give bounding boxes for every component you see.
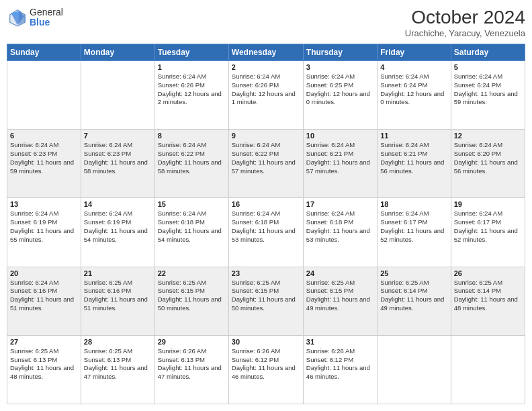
day-number: 2 [232, 63, 300, 71]
calendar-cell: 6Sunrise: 6:24 AM Sunset: 6:23 PM Daylig… [7, 130, 81, 198]
calendar-cell: 24Sunrise: 6:25 AM Sunset: 6:15 PM Dayli… [303, 267, 377, 335]
day-number: 31 [306, 338, 374, 346]
col-saturday: Saturday [451, 44, 525, 61]
calendar-cell: 1Sunrise: 6:24 AM Sunset: 6:26 PM Daylig… [154, 61, 228, 130]
day-info: Sunrise: 6:24 AM Sunset: 6:17 PM Dayligh… [380, 210, 447, 244]
day-number: 19 [454, 200, 522, 208]
logo-text: General Blue [30, 7, 63, 28]
day-number: 24 [306, 269, 374, 277]
calendar-cell: 25Sunrise: 6:25 AM Sunset: 6:14 PM Dayli… [378, 267, 451, 335]
day-info: Sunrise: 6:24 AM Sunset: 6:16 PM Dayligh… [10, 279, 78, 313]
day-info: Sunrise: 6:24 AM Sunset: 6:19 PM Dayligh… [10, 210, 78, 244]
calendar-week-4: 20Sunrise: 6:24 AM Sunset: 6:16 PM Dayli… [7, 267, 525, 335]
day-info: Sunrise: 6:25 AM Sunset: 6:15 PM Dayligh… [158, 279, 226, 313]
day-info: Sunrise: 6:24 AM Sunset: 6:24 PM Dayligh… [454, 73, 522, 107]
calendar-cell [81, 61, 154, 130]
day-number: 12 [454, 132, 522, 140]
day-info: Sunrise: 6:24 AM Sunset: 6:22 PM Dayligh… [232, 141, 300, 175]
day-info: Sunrise: 6:25 AM Sunset: 6:15 PM Dayligh… [306, 279, 374, 313]
day-info: Sunrise: 6:24 AM Sunset: 6:21 PM Dayligh… [380, 141, 447, 175]
day-number: 17 [306, 200, 374, 208]
calendar-cell [7, 61, 81, 130]
col-friday: Friday [378, 44, 451, 61]
day-number: 3 [306, 63, 374, 71]
day-number: 27 [10, 338, 78, 346]
logo: General Blue [7, 7, 63, 28]
calendar-cell: 13Sunrise: 6:24 AM Sunset: 6:19 PM Dayli… [7, 198, 81, 267]
calendar-cell: 19Sunrise: 6:24 AM Sunset: 6:17 PM Dayli… [451, 198, 525, 267]
calendar-cell: 29Sunrise: 6:26 AM Sunset: 6:13 PM Dayli… [154, 335, 228, 404]
location: Urachiche, Yaracuy, Venezuela [405, 28, 525, 38]
calendar-week-3: 13Sunrise: 6:24 AM Sunset: 6:19 PM Dayli… [7, 198, 525, 267]
day-info: Sunrise: 6:24 AM Sunset: 6:21 PM Dayligh… [306, 141, 374, 175]
col-tuesday: Tuesday [154, 44, 228, 61]
calendar-cell [451, 335, 525, 404]
day-number: 10 [306, 132, 374, 140]
calendar-cell: 18Sunrise: 6:24 AM Sunset: 6:17 PM Dayli… [378, 198, 451, 267]
day-info: Sunrise: 6:25 AM Sunset: 6:14 PM Dayligh… [380, 279, 447, 313]
calendar-cell: 31Sunrise: 6:26 AM Sunset: 6:12 PM Dayli… [303, 335, 377, 404]
day-info: Sunrise: 6:26 AM Sunset: 6:13 PM Dayligh… [158, 347, 226, 381]
calendar-cell: 7Sunrise: 6:24 AM Sunset: 6:23 PM Daylig… [81, 130, 154, 198]
day-info: Sunrise: 6:24 AM Sunset: 6:20 PM Dayligh… [454, 141, 522, 175]
calendar-cell: 20Sunrise: 6:24 AM Sunset: 6:16 PM Dayli… [7, 267, 81, 335]
calendar-cell: 3Sunrise: 6:24 AM Sunset: 6:25 PM Daylig… [303, 61, 377, 130]
calendar-cell: 10Sunrise: 6:24 AM Sunset: 6:21 PM Dayli… [303, 130, 377, 198]
day-info: Sunrise: 6:25 AM Sunset: 6:13 PM Dayligh… [84, 347, 152, 381]
day-number: 28 [84, 338, 152, 346]
day-number: 14 [84, 200, 152, 208]
calendar-cell: 16Sunrise: 6:24 AM Sunset: 6:18 PM Dayli… [228, 198, 303, 267]
logo-general-text: General [30, 7, 63, 17]
calendar-week-2: 6Sunrise: 6:24 AM Sunset: 6:23 PM Daylig… [7, 130, 525, 198]
day-info: Sunrise: 6:26 AM Sunset: 6:12 PM Dayligh… [306, 347, 374, 381]
logo-blue-text: Blue [30, 17, 63, 28]
col-thursday: Thursday [303, 44, 377, 61]
calendar-cell: 5Sunrise: 6:24 AM Sunset: 6:24 PM Daylig… [451, 61, 525, 130]
calendar-cell: 28Sunrise: 6:25 AM Sunset: 6:13 PM Dayli… [81, 335, 154, 404]
calendar-week-1: 1Sunrise: 6:24 AM Sunset: 6:26 PM Daylig… [7, 61, 525, 130]
day-number: 26 [454, 269, 522, 277]
day-number: 13 [10, 200, 78, 208]
day-number: 15 [158, 200, 226, 208]
day-number: 7 [84, 132, 152, 140]
day-number: 18 [380, 200, 447, 208]
day-number: 8 [158, 132, 226, 140]
header: General Blue October 2024 Urachiche, Yar… [7, 7, 525, 38]
col-sunday: Sunday [7, 44, 81, 61]
day-info: Sunrise: 6:25 AM Sunset: 6:16 PM Dayligh… [84, 279, 152, 313]
calendar-cell: 22Sunrise: 6:25 AM Sunset: 6:15 PM Dayli… [154, 267, 228, 335]
calendar-cell: 11Sunrise: 6:24 AM Sunset: 6:21 PM Dayli… [378, 130, 451, 198]
calendar-cell: 4Sunrise: 6:24 AM Sunset: 6:24 PM Daylig… [378, 61, 451, 130]
calendar-table: Sunday Monday Tuesday Wednesday Thursday… [7, 44, 525, 404]
calendar-cell: 17Sunrise: 6:24 AM Sunset: 6:18 PM Dayli… [303, 198, 377, 267]
day-number: 23 [232, 269, 300, 277]
day-number: 30 [232, 338, 300, 346]
day-number: 11 [380, 132, 447, 140]
day-info: Sunrise: 6:24 AM Sunset: 6:26 PM Dayligh… [158, 73, 226, 107]
page: General Blue October 2024 Urachiche, Yar… [0, 0, 532, 411]
calendar-cell: 12Sunrise: 6:24 AM Sunset: 6:20 PM Dayli… [451, 130, 525, 198]
calendar-cell: 23Sunrise: 6:25 AM Sunset: 6:15 PM Dayli… [228, 267, 303, 335]
day-info: Sunrise: 6:24 AM Sunset: 6:18 PM Dayligh… [306, 210, 374, 244]
calendar-cell [378, 335, 451, 404]
day-info: Sunrise: 6:24 AM Sunset: 6:26 PM Dayligh… [232, 73, 300, 107]
calendar-header-row: Sunday Monday Tuesday Wednesday Thursday… [7, 44, 525, 61]
calendar-cell: 15Sunrise: 6:24 AM Sunset: 6:18 PM Dayli… [154, 198, 228, 267]
day-number: 16 [232, 200, 300, 208]
day-info: Sunrise: 6:26 AM Sunset: 6:12 PM Dayligh… [232, 347, 300, 381]
day-info: Sunrise: 6:24 AM Sunset: 6:22 PM Dayligh… [158, 141, 226, 175]
day-number: 9 [232, 132, 300, 140]
day-number: 6 [10, 132, 78, 140]
col-wednesday: Wednesday [228, 44, 303, 61]
calendar-cell: 26Sunrise: 6:25 AM Sunset: 6:14 PM Dayli… [451, 267, 525, 335]
calendar-cell: 21Sunrise: 6:25 AM Sunset: 6:16 PM Dayli… [81, 267, 154, 335]
day-info: Sunrise: 6:24 AM Sunset: 6:17 PM Dayligh… [454, 210, 522, 244]
calendar-cell: 14Sunrise: 6:24 AM Sunset: 6:19 PM Dayli… [81, 198, 154, 267]
logo-icon [7, 7, 28, 28]
calendar-cell: 2Sunrise: 6:24 AM Sunset: 6:26 PM Daylig… [228, 61, 303, 130]
day-info: Sunrise: 6:24 AM Sunset: 6:25 PM Dayligh… [306, 73, 374, 107]
day-info: Sunrise: 6:25 AM Sunset: 6:15 PM Dayligh… [232, 279, 300, 313]
day-info: Sunrise: 6:24 AM Sunset: 6:23 PM Dayligh… [10, 141, 78, 175]
day-number: 21 [84, 269, 152, 277]
calendar-cell: 30Sunrise: 6:26 AM Sunset: 6:12 PM Dayli… [228, 335, 303, 404]
